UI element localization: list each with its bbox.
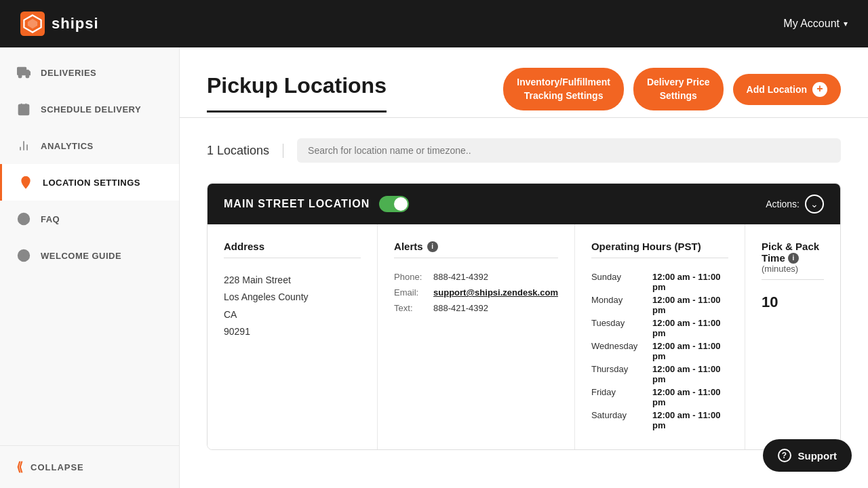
hours-row: Sunday12:00 am - 11:00 pm bbox=[591, 272, 728, 292]
day-name: Wednesday bbox=[591, 341, 652, 361]
sidebar-item-label: FAQ bbox=[41, 214, 60, 224]
location-card-body: Address 228 Main Street Los Angeles Coun… bbox=[208, 224, 840, 449]
day-name: Thursday bbox=[591, 364, 652, 384]
svg-rect-6 bbox=[19, 104, 29, 115]
hours-table: Sunday12:00 am - 11:00 pmMonday12:00 am … bbox=[591, 272, 728, 430]
my-account-label: My Account bbox=[783, 18, 840, 30]
plus-icon: + bbox=[812, 82, 827, 97]
svg-rect-3 bbox=[18, 68, 26, 75]
locations-bar: 1 Locations bbox=[207, 138, 841, 163]
toggle-knob bbox=[394, 197, 408, 211]
alert-phone-row: Phone: 888-421-4392 bbox=[394, 272, 558, 282]
sidebar-item-label: ANALYTICS bbox=[41, 141, 94, 151]
hours-row: Wednesday12:00 am - 11:00 pm bbox=[591, 341, 728, 361]
question-icon bbox=[16, 211, 31, 226]
location-actions[interactable]: Actions: ⌄ bbox=[766, 195, 824, 214]
sidebar-item-location-settings[interactable]: LOCATION SETTINGS bbox=[0, 164, 179, 201]
my-account-menu[interactable]: My Account ▾ bbox=[783, 18, 848, 30]
text-label: Text: bbox=[394, 303, 428, 313]
email-label: Email: bbox=[394, 287, 428, 298]
hours-column: Operating Hours (PST) Sunday12:00 am - 1… bbox=[575, 224, 745, 449]
day-hours: 12:00 am - 11:00 pm bbox=[652, 364, 728, 384]
address-column: Address 228 Main Street Los Angeles Coun… bbox=[208, 224, 378, 449]
sidebar-item-label: DELIVERIES bbox=[41, 68, 96, 78]
alerts-header: Alerts i bbox=[394, 241, 558, 258]
sidebar-item-schedule-delivery[interactable]: SCHEDULE DELIVERY bbox=[0, 91, 179, 127]
pick-pack-column: Pick & Pack Time i (minutes) 10 bbox=[745, 224, 840, 449]
email-value: support@shipsi.zendesk.com bbox=[433, 287, 558, 298]
collapse-button[interactable]: ⟪ COLLAPSE bbox=[0, 445, 179, 488]
add-location-button[interactable]: Add Location + bbox=[733, 74, 841, 105]
day-name: Friday bbox=[591, 387, 652, 407]
day-name: Saturday bbox=[591, 410, 652, 430]
day-hours: 12:00 am - 11:00 pm bbox=[652, 387, 728, 407]
inventory-tracking-button[interactable]: Inventory/FulfillmentTracking Settings bbox=[503, 68, 624, 110]
day-hours: 12:00 am - 11:00 pm bbox=[652, 410, 728, 430]
header-buttons: Inventory/FulfillmentTracking Settings D… bbox=[503, 68, 841, 117]
hours-row: Saturday12:00 am - 11:00 pm bbox=[591, 410, 728, 430]
page-header: Pickup Locations Inventory/FulfillmentTr… bbox=[180, 47, 868, 118]
text-value: 888-421-4392 bbox=[433, 303, 488, 313]
address-header: Address bbox=[224, 241, 361, 258]
logo-icon bbox=[20, 12, 45, 36]
svg-point-4 bbox=[19, 75, 22, 77]
location-toggle[interactable] bbox=[379, 196, 409, 212]
sidebar-item-label: LOCATION SETTINGS bbox=[43, 178, 140, 188]
hours-row: Friday12:00 am - 11:00 pm bbox=[591, 387, 728, 407]
day-hours: 12:00 am - 11:00 pm bbox=[652, 295, 728, 315]
truck-icon bbox=[16, 65, 31, 80]
address-text: 228 Main Street Los Angeles County CA 90… bbox=[224, 272, 361, 340]
phone-label: Phone: bbox=[394, 272, 428, 282]
pick-pack-info-icon: i bbox=[788, 253, 799, 264]
day-hours: 12:00 am - 11:00 pm bbox=[652, 272, 728, 292]
locations-count: 1 Locations bbox=[207, 144, 283, 158]
logo: shipsi bbox=[20, 12, 99, 36]
day-name: Sunday bbox=[591, 272, 652, 292]
day-hours: 12:00 am - 11:00 pm bbox=[652, 341, 728, 361]
delivery-price-button[interactable]: Delivery PriceSettings bbox=[633, 68, 724, 110]
sidebar: DELIVERIES SCHEDULE DELIVERY ANALYTICS L… bbox=[0, 47, 180, 488]
info-icon bbox=[16, 248, 31, 263]
app-header: shipsi My Account ▾ bbox=[0, 0, 868, 47]
location-icon bbox=[18, 175, 33, 190]
chart-icon bbox=[16, 138, 31, 153]
collapse-label: COLLAPSE bbox=[31, 462, 84, 472]
svg-point-5 bbox=[26, 75, 28, 77]
support-button[interactable]: ? Support bbox=[763, 439, 852, 472]
collapse-icon: ⟪ bbox=[16, 460, 24, 474]
calendar-icon bbox=[16, 102, 31, 117]
location-card-header: MAIN STREET LOCATION Actions: ⌄ bbox=[208, 184, 840, 224]
pick-pack-header: Pick & Pack Time i (minutes) bbox=[762, 241, 824, 280]
location-card: MAIN STREET LOCATION Actions: ⌄ bbox=[207, 183, 841, 450]
hours-row: Thursday12:00 am - 11:00 pm bbox=[591, 364, 728, 384]
hours-row: Monday12:00 am - 11:00 pm bbox=[591, 295, 728, 315]
support-label: Support bbox=[798, 450, 837, 462]
sidebar-item-analytics[interactable]: ANALYTICS bbox=[0, 127, 179, 164]
svg-point-13 bbox=[24, 179, 27, 182]
day-name: Tuesday bbox=[591, 318, 652, 338]
chevron-down-icon: ▾ bbox=[844, 19, 848, 28]
day-name: Monday bbox=[591, 295, 652, 315]
nav-items: DELIVERIES SCHEDULE DELIVERY ANALYTICS L… bbox=[0, 47, 179, 445]
page-title: Pickup Locations bbox=[207, 73, 387, 113]
alerts-info-icon: i bbox=[427, 241, 438, 252]
search-input[interactable] bbox=[297, 138, 841, 163]
sidebar-item-label: SCHEDULE DELIVERY bbox=[41, 104, 141, 115]
logo-text: shipsi bbox=[52, 15, 99, 33]
alert-email-row: Email: support@shipsi.zendesk.com bbox=[394, 287, 558, 298]
support-icon: ? bbox=[778, 449, 791, 462]
pack-time-value: 10 bbox=[762, 293, 824, 311]
day-hours: 12:00 am - 11:00 pm bbox=[652, 318, 728, 338]
actions-chevron-icon[interactable]: ⌄ bbox=[805, 195, 824, 214]
sidebar-item-welcome-guide[interactable]: WELCOME GUIDE bbox=[0, 237, 179, 274]
main-content: Pickup Locations Inventory/FulfillmentTr… bbox=[180, 47, 868, 488]
actions-label: Actions: bbox=[766, 199, 800, 209]
hours-header: Operating Hours (PST) bbox=[591, 241, 728, 258]
add-location-label: Add Location bbox=[747, 83, 807, 96]
sidebar-item-faq[interactable]: FAQ bbox=[0, 201, 179, 237]
content-area: 1 Locations MAIN STREET LOCATION Actions… bbox=[180, 118, 868, 470]
alert-text-row: Text: 888-421-4392 bbox=[394, 303, 558, 313]
hours-row: Tuesday12:00 am - 11:00 pm bbox=[591, 318, 728, 338]
sidebar-item-label: WELCOME GUIDE bbox=[41, 251, 121, 261]
sidebar-item-deliveries[interactable]: DELIVERIES bbox=[0, 54, 179, 91]
